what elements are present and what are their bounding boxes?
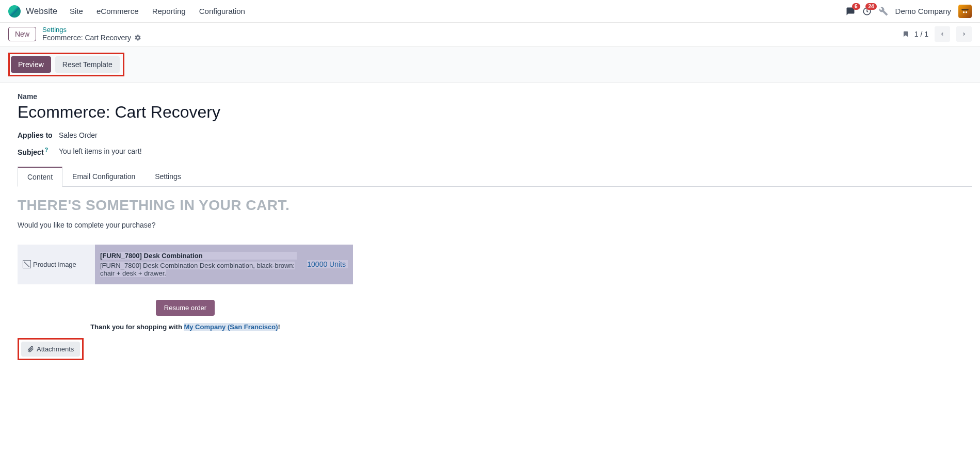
company-selector[interactable]: Demo Company [895, 7, 951, 15]
applies-to-label: Applies to [18, 131, 59, 139]
breadcrumb-row: New Settings Ecommerce: Cart Recovery 1 … [0, 23, 980, 46]
subject-label: Subject? [18, 147, 59, 156]
breadcrumb-parent[interactable]: Settings [42, 26, 141, 34]
record-title[interactable]: Ecommerce: Cart Recovery [18, 103, 972, 122]
tab-content[interactable]: Content [18, 167, 62, 187]
app-name[interactable]: Website [26, 6, 57, 17]
action-bar: Preview Reset Template [0, 46, 980, 83]
tab-email-configuration[interactable]: Email Configuration [62, 167, 145, 186]
product-image-cell: Product image [18, 245, 95, 284]
attachments-section: Attachments [18, 338, 972, 360]
reset-template-button[interactable]: Reset Template [55, 56, 120, 73]
nav-site[interactable]: Site [70, 7, 83, 15]
resume-order-button[interactable]: Resume order [156, 300, 215, 316]
preview-button[interactable]: Preview [11, 56, 51, 73]
product-description: [FURN_7800] Desk Combination Desk combin… [100, 262, 295, 277]
product-table: Product image [FURN_7800] Desk Combinati… [18, 245, 353, 284]
email-body[interactable]: THERE'S SOMETHING IN YOUR CART. Would yo… [18, 187, 353, 331]
highlight-attachments: Attachments [18, 338, 84, 360]
messages-badge: 6 [852, 3, 860, 10]
product-image-alt: Product image [33, 261, 76, 268]
attachments-label: Attachments [37, 345, 74, 353]
nav-ecommerce[interactable]: eCommerce [97, 7, 139, 15]
email-heading: THERE'S SOMETHING IN YOUR CART. [18, 197, 353, 214]
attachments-button[interactable]: Attachments [21, 342, 80, 357]
product-info-cell: [FURN_7800] Desk Combination [FURN_7800]… [95, 245, 302, 284]
gear-icon[interactable] [134, 34, 141, 41]
highlight-preview-reset: Preview Reset Template [8, 53, 124, 76]
breadcrumb-current-text: Ecommerce: Cart Recovery [42, 34, 131, 42]
form-sheet: Name Ecommerce: Cart Recovery Applies to… [0, 83, 980, 371]
thanks-prefix: Thank you for shopping with [90, 323, 184, 331]
applies-to-value[interactable]: Sales Order [59, 131, 98, 139]
breadcrumb-current: Ecommerce: Cart Recovery [42, 34, 141, 42]
thanks-company[interactable]: My Company (San Francisco) [184, 323, 278, 331]
pager-next-button[interactable] [956, 26, 972, 42]
tools-icon[interactable] [879, 7, 888, 16]
tabs: Content Email Configuration Settings [18, 167, 972, 187]
nav-configuration[interactable]: Configuration [199, 7, 245, 15]
nav-reporting[interactable]: Reporting [152, 7, 186, 15]
activities-badge: 24 [865, 3, 876, 10]
subject-value[interactable]: You left items in your cart! [59, 147, 142, 155]
email-footer: Resume order Thank you for shopping with… [18, 300, 353, 331]
tab-settings[interactable]: Settings [145, 167, 191, 186]
product-name: [FURN_7800] Desk Combination [100, 252, 297, 260]
messages-icon[interactable]: 6 [846, 7, 855, 16]
subject-label-text: Subject [18, 148, 44, 156]
paperclip-icon [27, 346, 34, 352]
app-logo-icon[interactable] [8, 5, 21, 18]
top-nav: Website Site eCommerce Reporting Configu… [0, 0, 980, 23]
bookmark-icon[interactable] [902, 30, 909, 38]
thanks-line: Thank you for shopping with My Company (… [18, 323, 353, 331]
user-avatar[interactable] [958, 5, 972, 18]
activities-icon[interactable]: 24 [862, 7, 872, 16]
new-button[interactable]: New [8, 27, 36, 41]
svg-rect-1 [961, 9, 968, 10]
name-label: Name [18, 92, 972, 101]
product-quantity: 10000 Units [307, 260, 348, 268]
broken-image-icon: Product image [23, 260, 90, 268]
svg-point-3 [966, 11, 967, 13]
subject-help-icon[interactable]: ? [45, 147, 49, 153]
table-row: Product image [FURN_7800] Desk Combinati… [18, 245, 353, 284]
product-qty-cell: 10000 Units [302, 245, 353, 284]
email-subtext: Would you like to complete your purchase… [18, 221, 353, 229]
thanks-suffix: ! [278, 323, 280, 331]
pager-text[interactable]: 1 / 1 [914, 30, 928, 38]
pager-prev-button[interactable] [935, 26, 950, 42]
svg-point-2 [963, 11, 965, 13]
